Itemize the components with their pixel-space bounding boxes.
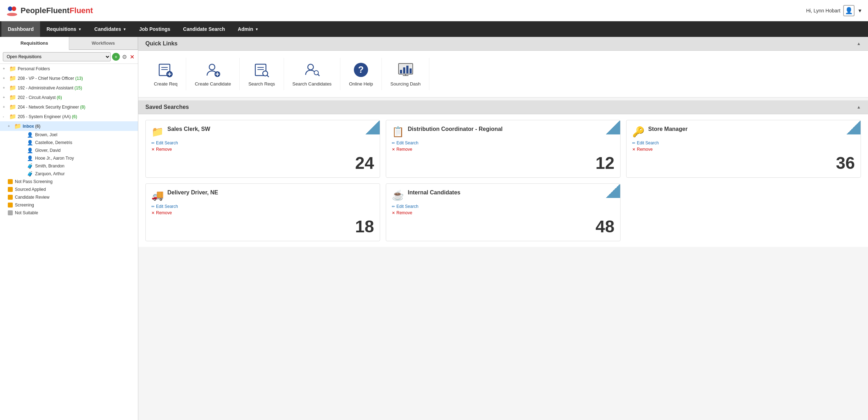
remove-label-store-manager: Remove	[637, 147, 653, 152]
card-title-sales-clerk: Sales Clerk, SW	[167, 126, 374, 132]
quick-link-sourcing-dash[interactable]: Sourcing Dash	[382, 58, 429, 90]
search-card-delivery-driver: 🚚 Delivery Driver, NE ✏ Edit Search ✕ Re…	[145, 183, 380, 241]
edit-label-store-manager: Edit Search	[637, 140, 659, 145]
edit-label-delivery: Edit Search	[156, 204, 178, 209]
stage-label-not-suitable: Not Suitable	[15, 210, 38, 215]
tree-item-204[interactable]: + 📁 204 - Network Security Engineer (8)	[0, 102, 138, 112]
tree-item-208[interactable]: + 📁 208 - VP - Chief Nurse Officer (13)	[0, 73, 138, 83]
candidate-smith[interactable]: 🧳 Smith, Brandon	[0, 162, 138, 170]
toggle-204[interactable]: +	[3, 105, 8, 109]
tree-item-inbox[interactable]: + 📁 Inbox (6)	[0, 121, 138, 131]
quick-links-collapse[interactable]: ▲	[857, 41, 861, 46]
toggle-205[interactable]: -	[3, 115, 8, 118]
nav-item-dashboard[interactable]: Dashboard	[1, 21, 40, 37]
card-icon-delivery: 🚚	[151, 189, 164, 201]
add-requisition-button[interactable]: +	[112, 53, 120, 61]
remove-search-distribution[interactable]: ✕ Remove	[392, 147, 614, 152]
edit-icon-sales-clerk: ✏	[151, 141, 155, 145]
quick-link-search-candidates[interactable]: Search Candidates	[284, 58, 341, 90]
requisitions-dropdown[interactable]: Open Requisitions All Requisitions Close…	[3, 52, 111, 61]
stage-not-suitable[interactable]: Not Suitable	[0, 209, 138, 217]
edit-search-distribution[interactable]: ✏ Edit Search	[392, 140, 614, 145]
candidate-brown-joel[interactable]: 👤 Brown, Joel	[0, 131, 138, 139]
svg-point-2	[12, 6, 16, 11]
user-dropdown-arrow[interactable]: ▼	[857, 8, 862, 13]
candidate-name: Smith, Brandon	[35, 164, 65, 168]
quick-link-create-req[interactable]: Create Req	[145, 58, 186, 90]
edit-label-distribution: Edit Search	[396, 140, 418, 145]
nav-item-job-postings[interactable]: Job Postings	[133, 21, 177, 37]
tree-item-202[interactable]: + 📁 202 - Circuit Analyst (6)	[0, 93, 138, 102]
folder-icon-inbox: 📁	[14, 123, 21, 129]
nav-item-candidates[interactable]: Candidates▼	[88, 21, 133, 37]
stage-not-pass-screening[interactable]: Not Pass Screening	[0, 178, 138, 186]
quick-link-online-help-label: Online Help	[349, 81, 373, 87]
candidate-name: Brown, Joel	[35, 132, 57, 137]
sidebar-tab-requisitions[interactable]: Requisitions	[0, 37, 69, 50]
settings-button[interactable]: ⚙	[121, 53, 128, 61]
quick-links-section: Quick Links ▲	[138, 37, 868, 98]
sidebar-tree: + 📁 Personal Folders + 📁 208 - VP - Chie…	[0, 64, 138, 420]
user-avatar[interactable]: 👤	[843, 5, 855, 16]
svg-rect-25	[403, 67, 405, 73]
tree-item-205[interactable]: - 📁 205 - System Engineer (AA) (6)	[0, 112, 138, 121]
sourcing-dash-icon	[397, 61, 414, 78]
quick-link-online-help[interactable]: ? Online Help	[340, 58, 382, 90]
stage-dot-review	[8, 195, 13, 200]
toggle-inbox[interactable]: +	[8, 124, 13, 128]
search-card-internal-candidates: ☕ Internal Candidates ✏ Edit Search ✕ Re…	[386, 183, 621, 241]
candidate-hooe[interactable]: 👤 Hooe Jr., Aaron Troy	[0, 154, 138, 162]
toggle-208[interactable]: +	[3, 76, 8, 80]
folder-icon-205: 📁	[9, 113, 16, 120]
svg-line-17	[267, 75, 269, 77]
nav-item-candidate-search[interactable]: Candidate Search	[177, 21, 231, 37]
saved-searches-grid: 📁 Sales Clerk, SW ✏ Edit Search ✕ Remove	[138, 114, 868, 247]
tree-item-192[interactable]: + 📁 192 - Administrative Assistant (15)	[0, 83, 138, 93]
stage-candidate-review[interactable]: Candidate Review	[0, 193, 138, 201]
card-title-internal: Internal Candidates	[408, 189, 614, 196]
search-card-store-manager: 🔑 Store Manager ✏ Edit Search ✕ Remove	[626, 120, 861, 178]
edit-search-internal[interactable]: ✏ Edit Search	[392, 204, 614, 209]
edit-icon-distribution: ✏	[392, 141, 395, 145]
stage-label-not-pass: Not Pass Screening	[15, 179, 52, 184]
quick-link-sourcing-dash-label: Sourcing Dash	[390, 81, 421, 87]
nav-item-requisitions[interactable]: Requisitions▼	[40, 21, 88, 37]
stage-screening[interactable]: Screening	[0, 201, 138, 209]
folder-icon-204: 📁	[9, 104, 16, 110]
candidate-icon: 🧳	[27, 171, 33, 177]
close-button[interactable]: ✕	[129, 53, 135, 61]
tree-label-205: 205 - System Engineer (AA) (6)	[18, 114, 135, 119]
card-actions-sales-clerk: ✏ Edit Search ✕ Remove	[151, 140, 374, 152]
quick-link-search-reqs[interactable]: Search Reqs	[240, 58, 284, 90]
edit-search-store-manager[interactable]: ✏ Edit Search	[632, 140, 855, 145]
quick-link-create-candidate-label: Create Candidate	[195, 81, 231, 87]
saved-searches-collapse[interactable]: ▲	[857, 105, 861, 110]
card-corner-internal	[606, 184, 620, 198]
tree-label-202: 202 - Circuit Analyst (6)	[18, 95, 135, 100]
candidate-castelloe[interactable]: 👤 Castelloe, Demetris	[0, 139, 138, 147]
saved-searches-header: Saved Searches ▲	[138, 100, 868, 114]
edit-icon-internal: ✏	[392, 204, 395, 209]
edit-search-delivery[interactable]: ✏ Edit Search	[151, 204, 374, 209]
stage-sourced-applied[interactable]: Sourced Applied	[0, 186, 138, 193]
sidebar-tab-workflows[interactable]: Workflows	[69, 37, 138, 49]
svg-text:?: ?	[358, 64, 364, 75]
toggle-personal[interactable]: +	[3, 67, 8, 71]
toggle-192[interactable]: +	[3, 86, 8, 90]
quick-link-create-candidate[interactable]: Create Candidate	[186, 58, 240, 90]
svg-rect-27	[410, 68, 412, 73]
card-title-distribution: Distribution Coordinator - Regional	[408, 126, 614, 132]
tree-item-personal-folders[interactable]: + 📁 Personal Folders	[0, 64, 138, 73]
remove-search-delivery[interactable]: ✕ Remove	[151, 210, 374, 215]
edit-search-sales-clerk[interactable]: ✏ Edit Search	[151, 140, 374, 145]
card-count-sales-clerk: 24	[151, 155, 374, 172]
candidate-glover[interactable]: 👤 Glover, David	[0, 147, 138, 154]
toggle-202[interactable]: +	[3, 95, 8, 99]
requisitions-arrow: ▼	[78, 27, 82, 31]
nav-item-admin[interactable]: Admin▼	[232, 21, 265, 37]
candidate-zarquon[interactable]: 🧳 Zarquon, Arthur	[0, 170, 138, 178]
remove-search-internal[interactable]: ✕ Remove	[392, 210, 614, 215]
remove-search-sales-clerk[interactable]: ✕ Remove	[151, 147, 374, 152]
remove-search-store-manager[interactable]: ✕ Remove	[632, 147, 855, 152]
tree-label-208: 208 - VP - Chief Nurse Officer (13)	[18, 76, 135, 81]
